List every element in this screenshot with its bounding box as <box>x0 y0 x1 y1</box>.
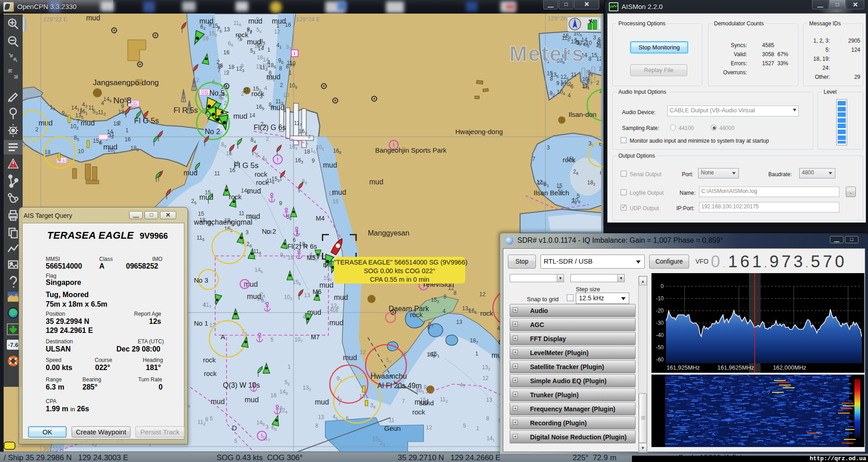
svg-text:3: 3 <box>265 424 269 430</box>
svg-text:mud: mud <box>323 161 337 169</box>
svg-text:mud: mud <box>270 104 285 111</box>
svg-text:-20: -20 <box>656 308 664 314</box>
svg-text:mud: mud <box>248 17 262 25</box>
svg-text:2: 2 <box>196 77 199 83</box>
svg-text:!: ! <box>244 281 246 288</box>
svg-text:16: 16 <box>125 136 131 143</box>
svg-text:13: 13 <box>224 26 230 33</box>
svg-text:sand: sand <box>419 399 434 407</box>
svg-text:mud: mud <box>315 398 329 406</box>
svg-text:M7: M7 <box>311 333 320 341</box>
svg-text:mud: mud <box>319 281 333 289</box>
svg-text:5: 5 <box>270 337 274 343</box>
svg-text:18: 18 <box>44 149 51 155</box>
svg-text:2: 2 <box>568 81 571 87</box>
svg-text:16: 16 <box>223 49 230 56</box>
svg-text:129°22 E: 129°22 E <box>43 16 68 23</box>
svg-text:rock: rock <box>480 309 493 317</box>
svg-text:Fl R 5s: Fl R 5s <box>174 106 198 115</box>
svg-text:14: 14 <box>263 57 269 63</box>
svg-text:Fl G 5s: Fl G 5s <box>134 116 159 125</box>
svg-text:mud: mud <box>103 143 117 151</box>
svg-text:M4: M4 <box>316 215 325 222</box>
svg-text:16: 16 <box>203 35 209 42</box>
svg-text:1: 1 <box>267 47 270 53</box>
svg-text:Meters: Meters <box>509 42 585 66</box>
svg-text:4: 4 <box>303 314 306 320</box>
svg-text:9: 9 <box>279 200 282 207</box>
svg-text:8: 8 <box>486 415 489 422</box>
svg-text:8: 8 <box>280 405 283 412</box>
svg-text:7: 7 <box>77 118 80 125</box>
svg-text:13: 13 <box>304 292 310 298</box>
svg-text:Ilsan-don: Ilsan-don <box>569 111 597 118</box>
svg-text:12: 12 <box>360 349 366 356</box>
svg-text:-10: -10 <box>656 295 664 302</box>
svg-text:rock: rock <box>203 356 216 364</box>
svg-text:Bangeohjin Sports Park: Bangeohjin Sports Park <box>375 146 447 154</box>
svg-text:12: 12 <box>274 29 280 35</box>
svg-text:12: 12 <box>536 179 543 185</box>
svg-text:8: 8 <box>315 423 318 429</box>
svg-text:Jangsaengpo-dong: Jangsaengpo-dong <box>93 78 159 87</box>
svg-text:Fl(2) R 6s: Fl(2) R 6s <box>287 242 317 250</box>
svg-text:18: 18 <box>304 149 310 155</box>
svg-text:No 2: No 2 <box>262 227 276 235</box>
svg-text:2: 2 <box>35 126 39 133</box>
svg-text:10: 10 <box>283 92 289 98</box>
svg-text:8: 8 <box>453 290 457 296</box>
svg-text:2: 2 <box>280 82 283 88</box>
svg-text:5: 5 <box>577 193 580 199</box>
svg-text:18: 18 <box>113 120 120 127</box>
svg-text:4: 4 <box>568 92 571 99</box>
svg-text:Hwajeong-dong: Hwajeong-dong <box>455 128 503 135</box>
svg-text:35°29'N: 35°29'N <box>43 446 64 452</box>
svg-text:9: 9 <box>556 80 559 87</box>
svg-text:mud: mud <box>247 293 261 300</box>
svg-text:mud: mud <box>334 294 348 301</box>
svg-text:wangchaengigmal: wangchaengigmal <box>193 218 252 226</box>
svg-text:161,9625MHz: 161,9625MHz <box>718 364 754 371</box>
svg-text:7: 7 <box>532 156 535 162</box>
svg-text:13: 13 <box>456 319 463 325</box>
svg-text:15: 15 <box>591 52 598 58</box>
svg-text:-60: -60 <box>656 356 664 363</box>
svg-text:11: 11 <box>88 105 94 111</box>
svg-text:rock: rock <box>256 178 269 186</box>
svg-text:1: 1 <box>296 229 299 236</box>
svg-text:1: 1 <box>475 351 478 357</box>
svg-text:9: 9 <box>424 384 427 390</box>
svg-text:1: 1 <box>125 127 129 134</box>
svg-text:Al Fl 20s 49m: Al Fl 20s 49m <box>377 382 422 390</box>
svg-text:8: 8 <box>279 65 282 72</box>
svg-text:mud: mud <box>369 178 383 186</box>
svg-text:mud: mud <box>343 354 357 361</box>
svg-text:14: 14 <box>249 112 256 119</box>
svg-text:mud: mud <box>244 280 258 288</box>
svg-text:Q(3) W 10s: Q(3) W 10s <box>223 381 260 389</box>
svg-text:12: 12 <box>426 424 432 431</box>
svg-text:8: 8 <box>444 294 447 300</box>
svg-text:rock: rock <box>204 370 217 377</box>
svg-text:1: 1 <box>289 70 292 76</box>
svg-text:18: 18 <box>228 64 235 70</box>
svg-text:18: 18 <box>257 54 263 61</box>
svg-text:mud: mud <box>81 119 95 127</box>
svg-text:11: 11 <box>571 72 577 78</box>
svg-text:Daeam Park: Daeam Park <box>389 305 429 313</box>
svg-text:16: 16 <box>270 392 277 399</box>
svg-text:No 1: No 1 <box>194 319 208 327</box>
svg-text:1: 1 <box>476 425 479 432</box>
svg-text:2: 2 <box>266 136 269 142</box>
svg-text:4: 4 <box>264 85 267 91</box>
svg-text:rock: rock <box>251 90 265 97</box>
svg-text:6: 6 <box>427 324 430 331</box>
svg-text:162,000MHz: 162,000MHz <box>773 364 806 371</box>
svg-text:4: 4 <box>443 308 446 314</box>
svg-text:16: 16 <box>288 255 294 261</box>
svg-text:11: 11 <box>243 87 249 93</box>
svg-text:Geun: Geun <box>384 424 401 432</box>
svg-text:0: 0 <box>661 283 664 289</box>
svg-text:-30: -30 <box>656 320 664 326</box>
svg-text:8: 8 <box>205 416 208 423</box>
